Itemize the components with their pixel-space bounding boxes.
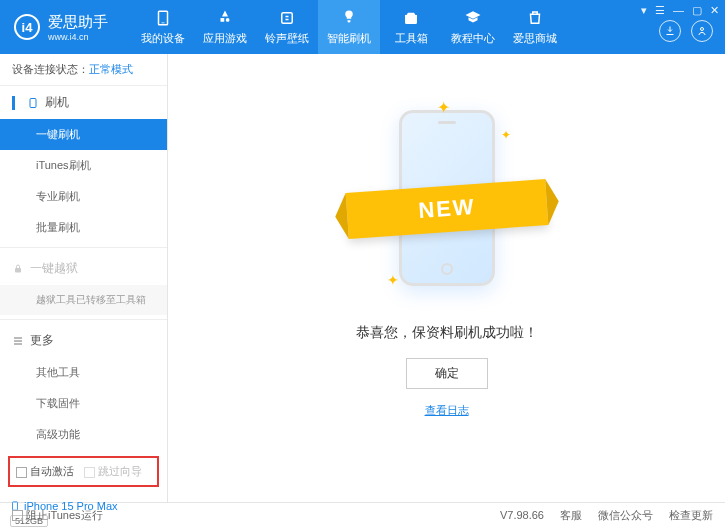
success-message: 恭喜您，保资料刷机成功啦！ (356, 324, 538, 342)
nav-apps[interactable]: 应用游戏 (194, 0, 256, 54)
group-label: 刷机 (45, 94, 69, 111)
menu-icon[interactable]: ☰ (655, 4, 665, 17)
svg-rect-3 (15, 268, 21, 273)
maximize-button[interactable]: ▢ (692, 4, 702, 17)
auto-activate-checkbox[interactable]: 自动激活 (16, 464, 74, 479)
list-icon (12, 335, 24, 347)
sidebar: 设备连接状态：正常模式 刷机 一键刷机 iTunes刷机 专业刷机 批量刷机 一… (0, 54, 168, 502)
nav-tutorials[interactable]: 教程中心 (442, 0, 504, 54)
top-nav: 我的设备 应用游戏 铃声壁纸 智能刷机 工具箱 教程中心 爱思商城 (132, 0, 566, 54)
app-header: i4 爱思助手 www.i4.cn 我的设备 应用游戏 铃声壁纸 智能刷机 工具… (0, 0, 725, 54)
sidebar-item-itunes-flash[interactable]: iTunes刷机 (0, 150, 167, 181)
nav-toolbox[interactable]: 工具箱 (380, 0, 442, 54)
nav-my-device[interactable]: 我的设备 (132, 0, 194, 54)
checkbox-label: 自动激活 (30, 465, 74, 477)
footer-link-wechat[interactable]: 微信公众号 (598, 508, 653, 523)
nav-label: 智能刷机 (327, 31, 371, 46)
minimize-button[interactable]: — (673, 4, 684, 17)
device-status: 设备连接状态：正常模式 (0, 54, 167, 86)
sidebar-item-batch-flash[interactable]: 批量刷机 (0, 212, 167, 243)
sidebar-group-jailbreak: 一键越狱 (0, 252, 167, 285)
skip-guide-checkbox[interactable]: 跳过向导 (84, 464, 142, 479)
tutorial-icon (464, 9, 482, 27)
nav-label: 应用游戏 (203, 31, 247, 46)
sparkle-icon: ✦ (437, 98, 450, 117)
sidebar-item-advanced[interactable]: 高级功能 (0, 419, 167, 450)
toolbox-icon (402, 9, 420, 27)
svg-point-1 (701, 28, 704, 31)
sidebar-item-other-tools[interactable]: 其他工具 (0, 357, 167, 388)
logo-block: i4 爱思助手 www.i4.cn (0, 13, 122, 42)
nav-label: 工具箱 (395, 31, 428, 46)
header-action-icons (659, 20, 713, 42)
sidebar-group-flash[interactable]: 刷机 (0, 86, 167, 119)
status-label: 设备连接状态： (12, 63, 89, 75)
nav-label: 爱思商城 (513, 31, 557, 46)
view-log-link[interactable]: 查看日志 (425, 403, 469, 418)
logo-subtitle: www.i4.cn (48, 32, 108, 42)
svg-rect-2 (30, 98, 36, 107)
version-label: V7.98.66 (500, 509, 544, 521)
ok-button[interactable]: 确定 (406, 358, 488, 389)
main-content: ✦ ✦ ✦ NEW 恭喜您，保资料刷机成功啦！ 确定 查看日志 (168, 54, 725, 502)
nav-shop[interactable]: 爱思商城 (504, 0, 566, 54)
new-banner: NEW (345, 179, 548, 239)
success-illustration: ✦ ✦ ✦ NEW (387, 98, 507, 298)
checkbox-label: 跳过向导 (98, 465, 142, 477)
sidebar-item-pro-flash[interactable]: 专业刷机 (0, 181, 167, 212)
nav-ringtones[interactable]: 铃声壁纸 (256, 0, 318, 54)
nav-smart-flash[interactable]: 智能刷机 (318, 0, 380, 54)
sidebar-item-download-firmware[interactable]: 下载固件 (0, 388, 167, 419)
shop-icon (526, 9, 544, 27)
dropdown-icon[interactable]: ▾ (641, 4, 647, 17)
checkbox-label: 阻止iTunes运行 (26, 509, 103, 521)
device-icon (154, 9, 172, 27)
block-itunes-checkbox[interactable]: 阻止iTunes运行 (12, 508, 103, 523)
lock-icon (12, 263, 24, 275)
footer-link-update[interactable]: 检查更新 (669, 508, 713, 523)
jailbreak-note: 越狱工具已转移至工具箱 (0, 285, 167, 315)
footer-link-support[interactable]: 客服 (560, 508, 582, 523)
sidebar-item-oneclick-flash[interactable]: 一键刷机 (0, 119, 167, 150)
sidebar-group-more[interactable]: 更多 (0, 324, 167, 357)
sparkle-icon: ✦ (501, 128, 511, 142)
nav-label: 铃声壁纸 (265, 31, 309, 46)
sparkle-icon: ✦ (387, 272, 399, 288)
user-icon[interactable] (691, 20, 713, 42)
flash-icon (340, 9, 358, 27)
close-button[interactable]: ✕ (710, 4, 719, 17)
nav-label: 教程中心 (451, 31, 495, 46)
ringtones-icon (278, 9, 296, 27)
nav-label: 我的设备 (141, 31, 185, 46)
group-label: 一键越狱 (30, 260, 78, 277)
group-label: 更多 (30, 332, 54, 349)
apps-icon (216, 9, 234, 27)
logo-title: 爱思助手 (48, 13, 108, 32)
logo-icon: i4 (14, 14, 40, 40)
flash-group-icon (27, 97, 39, 109)
svg-rect-0 (282, 12, 293, 23)
checkbox-row-highlighted: 自动激活 跳过向导 (8, 456, 159, 487)
window-controls: ▾ ☰ — ▢ ✕ (641, 4, 719, 17)
status-value: 正常模式 (89, 63, 133, 75)
download-icon[interactable] (659, 20, 681, 42)
